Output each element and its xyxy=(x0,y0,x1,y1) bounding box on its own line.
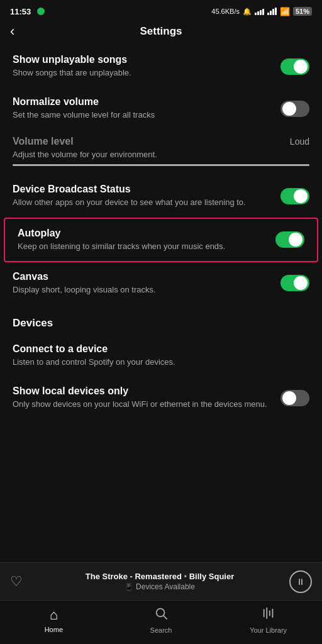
volume-level-setting: Volume level Loud Adjust the volume for … xyxy=(0,130,322,175)
alarm-icon: 🔔 xyxy=(243,8,252,16)
battery-indicator: 51% xyxy=(293,7,312,16)
devices-section-header: Devices xyxy=(0,304,322,335)
back-button[interactable]: ‹ xyxy=(10,23,14,40)
now-playing-title: The Stroke - Remastered • Billy Squier xyxy=(30,572,289,581)
status-left: 11:53 xyxy=(10,7,45,16)
setting-desc-broadcast: Allow other apps on your device to see w… xyxy=(13,197,270,208)
nav-home-label: Home xyxy=(45,626,63,633)
toggle-knob xyxy=(294,189,308,203)
toggle-knob xyxy=(294,276,308,290)
svg-line-1 xyxy=(164,616,167,619)
volume-level-desc: Adjust the volume for your environment. xyxy=(13,150,309,159)
network-speed: 45.6KB/s xyxy=(211,8,240,15)
status-bar: 11:53 45.6KB/s 🔔 📶 51% xyxy=(0,0,322,20)
setting-desc-connect: Listen to and control Spotify on your de… xyxy=(13,357,299,368)
toggle-normalize[interactable] xyxy=(280,101,309,117)
setting-title-autoplay: Autoplay xyxy=(18,228,265,239)
setting-title-show-unplayable: Show unplayable songs xyxy=(13,54,270,65)
nav-home[interactable]: ⌂ Home xyxy=(0,607,108,633)
status-right: 45.6KB/s 🔔 📶 51% xyxy=(211,7,312,16)
toggle-canvas[interactable] xyxy=(280,275,309,291)
volume-slider[interactable] xyxy=(13,164,309,166)
settings-list: Show unplayable songs Show songs that ar… xyxy=(0,45,322,555)
library-icon xyxy=(262,606,275,624)
setting-normalize-volume: Normalize volume Set the same volume lev… xyxy=(0,87,322,130)
setting-show-unplayable: Show unplayable songs Show songs that ar… xyxy=(0,45,322,87)
signal-icon xyxy=(255,8,264,15)
setting-desc-local: Only show devices on your local WiFi or … xyxy=(13,399,270,410)
device-icon: 📱 xyxy=(125,583,133,591)
toggle-knob xyxy=(282,391,296,405)
setting-device-broadcast: Device Broadcast Status Allow other apps… xyxy=(0,175,322,217)
nav-library-label: Your Library xyxy=(250,626,287,634)
setting-title-broadcast: Device Broadcast Status xyxy=(13,184,270,195)
time-display: 11:53 xyxy=(10,7,31,16)
volume-level-title: Volume level xyxy=(13,136,74,147)
wifi-icon xyxy=(267,8,277,15)
search-icon xyxy=(154,606,168,624)
pause-button[interactable]: ⏸ xyxy=(289,570,312,593)
setting-desc-show-unplayable: Show songs that are unplayable. xyxy=(13,67,270,79)
now-playing-bar[interactable]: ♡ The Stroke - Remastered • Billy Squier… xyxy=(0,562,322,600)
toggle-knob xyxy=(282,102,296,116)
toggle-broadcast[interactable] xyxy=(280,188,309,204)
setting-local-devices: Show local devices only Only show device… xyxy=(0,377,322,419)
setting-desc-canvas: Display short, looping visuals on tracks… xyxy=(13,284,270,296)
setting-connect-device[interactable]: Connect to a device Listen to and contro… xyxy=(0,335,322,377)
nav-library[interactable]: Your Library xyxy=(214,606,322,634)
setting-desc-autoplay: Keep on listening to similar tracks when… xyxy=(18,241,265,252)
nav-search[interactable]: Search xyxy=(108,606,215,634)
setting-title-local: Show local devices only xyxy=(13,386,270,397)
nav-search-label: Search xyxy=(150,626,172,634)
setting-desc-normalize: Set the same volume level for all tracks xyxy=(13,109,270,121)
toggle-knob xyxy=(289,233,303,247)
home-icon: ⌂ xyxy=(50,607,58,623)
setting-title-canvas: Canvas xyxy=(13,271,270,282)
bottom-navigation: ⌂ Home Search Your Library xyxy=(0,600,322,644)
volume-level-value: Loud xyxy=(290,136,309,147)
heart-icon[interactable]: ♡ xyxy=(10,574,23,590)
toggle-local-devices[interactable] xyxy=(280,390,309,406)
header: ‹ Settings xyxy=(0,20,322,45)
now-playing-subtitle: 📱 Devices Available xyxy=(30,582,289,591)
setting-autoplay: Autoplay Keep on listening to similar tr… xyxy=(4,218,318,262)
wifi-symbol: 📶 xyxy=(280,7,290,16)
toggle-knob xyxy=(294,60,308,74)
setting-canvas: Canvas Display short, looping visuals on… xyxy=(0,262,322,304)
spotify-icon xyxy=(37,8,45,15)
now-playing-info: The Stroke - Remastered • Billy Squier 📱… xyxy=(30,572,289,591)
setting-title-connect: Connect to a device xyxy=(13,343,299,355)
toggle-show-unplayable[interactable] xyxy=(280,58,309,75)
volume-slider-fill xyxy=(13,164,309,166)
toggle-autoplay[interactable] xyxy=(275,231,304,248)
page-title: Settings xyxy=(10,25,312,38)
setting-title-normalize: Normalize volume xyxy=(13,96,270,108)
